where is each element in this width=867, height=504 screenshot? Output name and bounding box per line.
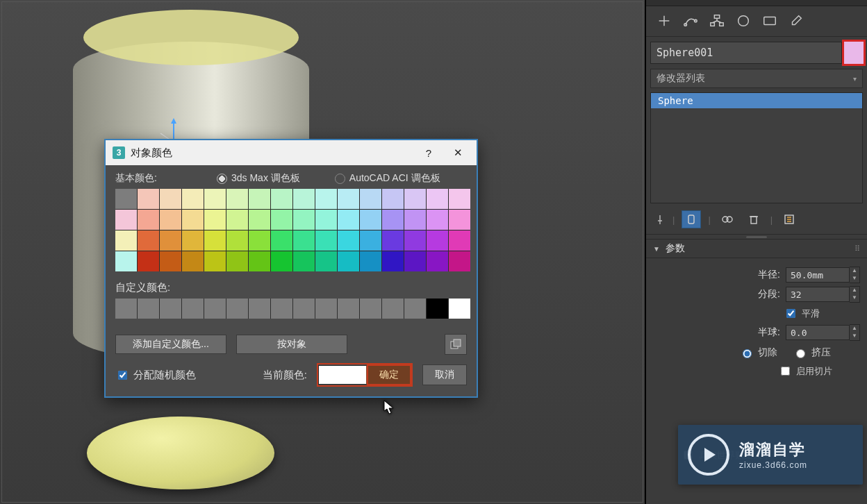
help-button[interactable]: ?: [417, 143, 440, 162]
palette-swatch[interactable]: [315, 189, 337, 209]
rollout-menu-icon[interactable]: ⠿: [854, 244, 860, 253]
palette-swatch[interactable]: [160, 230, 181, 251]
active-color-swatch-button[interactable]: [445, 334, 467, 355]
custom-swatch[interactable]: [138, 299, 159, 319]
dialog-titlebar[interactable]: 3 对象颜色 ? ✕: [106, 140, 477, 165]
palette-swatch[interactable]: [315, 210, 337, 230]
palette-swatch[interactable]: [404, 251, 426, 271]
custom-swatch[interactable]: [160, 299, 181, 319]
hierarchy-tab-icon[interactable]: [709, 12, 725, 29]
modifier-list-dropdown[interactable]: 修改器列表: [650, 69, 863, 88]
add-custom-color-button[interactable]: 添加自定义颜色...: [115, 335, 226, 354]
palette-swatch[interactable]: [338, 210, 359, 230]
palette-swatch[interactable]: [204, 210, 226, 230]
basic-color-palette[interactable]: [115, 189, 470, 271]
object-name-input[interactable]: [650, 42, 842, 64]
palette-swatch[interactable]: [382, 230, 404, 251]
palette-swatch[interactable]: [293, 210, 315, 230]
palette-swatch[interactable]: [249, 251, 270, 271]
pin-stack-icon[interactable]: [654, 214, 666, 225]
palette-swatch[interactable]: [404, 189, 426, 209]
palette-swatch[interactable]: [382, 189, 404, 209]
palette-swatch[interactable]: [427, 230, 448, 251]
palette-swatch[interactable]: [315, 251, 337, 271]
palette-swatch[interactable]: [138, 230, 159, 251]
palette-swatch[interactable]: [226, 251, 248, 271]
palette-swatch[interactable]: [315, 230, 337, 251]
show-end-result-button[interactable]: [682, 210, 701, 228]
radius-spinner[interactable]: ▲▼: [786, 267, 860, 283]
modify-tab-icon[interactable]: [682, 12, 699, 29]
palette-swatch[interactable]: [360, 189, 381, 209]
custom-swatch[interactable]: [382, 299, 404, 319]
custom-swatch[interactable]: [271, 299, 292, 319]
hemisphere-spinner[interactable]: ▲▼: [786, 324, 860, 341]
custom-swatch[interactable]: [338, 299, 359, 319]
parameters-rollout-header[interactable]: ▼ 参数 ⠿: [646, 239, 867, 258]
custom-swatch[interactable]: [249, 299, 270, 319]
palette-swatch[interactable]: [427, 251, 448, 271]
palette-swatch[interactable]: [182, 189, 204, 209]
spinner-up[interactable]: ▲: [850, 267, 859, 275]
squash-radio[interactable]: 挤压: [793, 346, 831, 359]
palette-swatch[interactable]: [360, 230, 381, 251]
smooth-checkbox[interactable]: [786, 309, 795, 318]
ok-button[interactable]: 确定: [367, 364, 411, 385]
by-object-button[interactable]: 按对象: [236, 335, 347, 354]
palette-swatch[interactable]: [160, 210, 181, 230]
palette-swatch[interactable]: [382, 210, 404, 230]
make-unique-button[interactable]: [718, 210, 737, 228]
palette-swatch[interactable]: [427, 189, 448, 209]
stack-item-sphere[interactable]: Sphere: [651, 93, 862, 108]
palette-swatch[interactable]: [138, 189, 159, 209]
palette-swatch[interactable]: [138, 251, 159, 271]
palette-swatch[interactable]: [338, 189, 359, 209]
palette-swatch[interactable]: [271, 251, 292, 271]
palette-swatch[interactable]: [115, 230, 137, 251]
palette-swatch[interactable]: [182, 251, 204, 271]
current-color-swatch[interactable]: [318, 365, 367, 385]
cancel-button[interactable]: 取消: [422, 364, 467, 385]
palette-swatch[interactable]: [204, 251, 226, 271]
custom-swatch[interactable]: [427, 299, 448, 319]
custom-swatch[interactable]: [182, 299, 204, 319]
palette-swatch[interactable]: [226, 230, 248, 251]
palette-swatch[interactable]: [249, 189, 270, 209]
palette-swatch[interactable]: [360, 251, 381, 271]
palette-swatch[interactable]: [338, 251, 359, 271]
palette-swatch[interactable]: [271, 189, 292, 209]
segments-spinner[interactable]: ▲▼: [786, 286, 860, 303]
palette-swatch[interactable]: [293, 251, 315, 271]
palette-swatch[interactable]: [226, 189, 248, 209]
custom-swatch[interactable]: [204, 299, 226, 319]
palette-swatch[interactable]: [293, 230, 315, 251]
palette-swatch[interactable]: [138, 210, 159, 230]
palette-swatch[interactable]: [449, 189, 470, 209]
chop-radio[interactable]: 切除: [739, 346, 777, 359]
palette-swatch[interactable]: [249, 210, 270, 230]
custom-color-palette[interactable]: [115, 299, 470, 319]
motion-tab-icon[interactable]: [735, 12, 752, 29]
custom-swatch[interactable]: [315, 299, 337, 319]
palette-swatch[interactable]: [204, 230, 226, 251]
palette-swatch[interactable]: [404, 210, 426, 230]
palette-swatch[interactable]: [182, 210, 204, 230]
object-color-swatch[interactable]: [842, 40, 866, 66]
palette-swatch[interactable]: [115, 251, 137, 271]
custom-swatch[interactable]: [293, 299, 315, 319]
spinner-down[interactable]: ▼: [850, 275, 859, 283]
configure-sets-button[interactable]: [779, 210, 799, 228]
utilities-tab-icon[interactable]: [788, 12, 804, 29]
palette-swatch[interactable]: [404, 230, 426, 251]
palette-radio-autocad[interactable]: AutoCAD ACI 调色板: [335, 172, 440, 185]
palette-swatch[interactable]: [160, 189, 181, 209]
custom-swatch[interactable]: [226, 299, 248, 319]
create-tab-icon[interactable]: [656, 12, 672, 29]
display-tab-icon[interactable]: [761, 12, 778, 29]
palette-swatch[interactable]: [182, 230, 204, 251]
palette-swatch[interactable]: [226, 210, 248, 230]
assign-random-checkbox[interactable]: 分配随机颜色: [115, 369, 196, 382]
custom-swatch[interactable]: [449, 299, 470, 319]
custom-swatch[interactable]: [360, 299, 381, 319]
palette-swatch[interactable]: [427, 210, 448, 230]
